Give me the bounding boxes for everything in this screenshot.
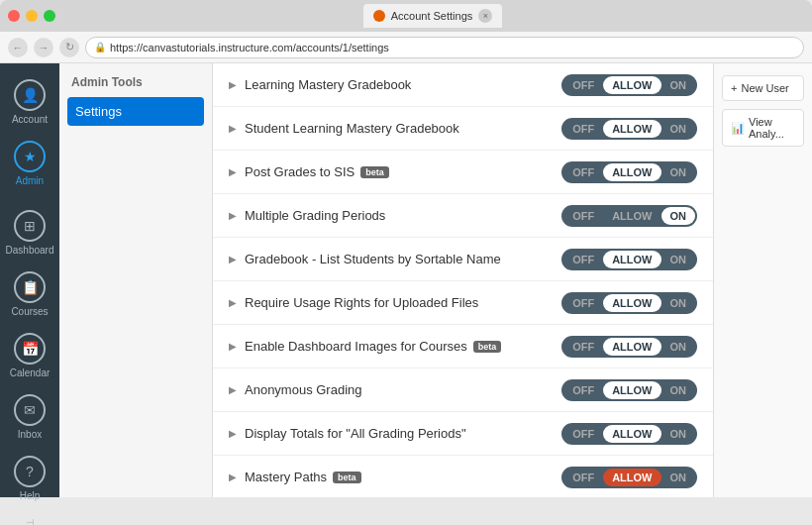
toggle-on-student-learning-mastery[interactable]: ON — [661, 120, 696, 138]
new-user-label: New User — [741, 82, 788, 94]
toggle-allow-post-grades-sis[interactable]: ALLOW — [603, 163, 660, 181]
settings-nav-label: Settings — [75, 104, 122, 119]
toggle-on-display-totals[interactable]: ON — [661, 425, 696, 443]
toggle-on-mastery-paths[interactable]: ON — [661, 469, 696, 486]
chevron-icon: ▶ — [229, 166, 237, 177]
toggle-on-post-grades-sis[interactable]: ON — [661, 163, 696, 181]
toggle-on-require-usage-rights[interactable]: ON — [661, 294, 696, 312]
toggle-off-display-totals[interactable]: OFF — [563, 425, 603, 443]
toggle-off-student-learning-mastery[interactable]: OFF — [563, 120, 603, 138]
new-user-icon: + — [731, 82, 737, 94]
settings-row-post-grades-sis: ▶Post Grades to SISbetaOFFALLOWON — [213, 151, 713, 194]
sidebar-item-help[interactable]: ? Help — [0, 448, 59, 509]
account-icon: 👤 — [14, 79, 46, 111]
toggle-group-anonymous-grading: OFFALLOWON — [561, 379, 697, 401]
analytics-label: View Analy... — [749, 116, 795, 140]
settings-row-multiple-grading-periods: ▶Multiple Grading PeriodsOFFALLOWON — [213, 194, 713, 238]
beta-badge: beta — [360, 166, 389, 178]
url-text: https://canvastutorials.instructure.com/… — [110, 42, 389, 53]
settings-row-anonymous-grading: ▶Anonymous GradingOFFALLOWON — [213, 368, 713, 412]
toggle-allow-mastery-paths[interactable]: ALLOW — [603, 469, 660, 486]
chevron-icon: ▶ — [229, 210, 237, 221]
sidebar-item-account[interactable]: 👤 Account — [0, 71, 59, 133]
new-user-button[interactable]: + New User — [722, 75, 804, 101]
sidebar-item-courses[interactable]: 📋 Courses — [0, 263, 59, 325]
toggle-off-require-usage-rights[interactable]: OFF — [563, 294, 603, 312]
settings-row-require-usage-rights: ▶Require Usage Rights for Uploaded Files… — [213, 281, 713, 325]
toggle-off-post-grades-sis[interactable]: OFF — [563, 163, 603, 181]
setting-label-post-grades-sis: Post Grades to SISbeta — [245, 164, 561, 179]
collapse-icon: ⊣ — [26, 517, 35, 525]
toggle-allow-display-totals[interactable]: ALLOW — [603, 425, 660, 443]
setting-label-mastery-paths: Mastery Pathsbeta — [245, 470, 561, 484]
toggle-on-enable-dashboard-images[interactable]: ON — [661, 338, 696, 356]
maximize-button[interactable] — [44, 10, 55, 22]
toggle-off-learning-mastery-gradebook[interactable]: OFF — [563, 76, 603, 94]
sidebar-label-account: Account — [12, 114, 48, 125]
close-button[interactable] — [8, 10, 20, 22]
title-bar: Account Settings × — [0, 0, 812, 32]
setting-label-learning-mastery-gradebook: Learning Mastery Gradebook — [245, 77, 561, 92]
sidebar-label-admin: Admin — [16, 175, 44, 186]
main-content: ▶Learning Mastery GradebookOFFALLOWON▶St… — [213, 63, 713, 497]
toggle-allow-gradebook-list-students[interactable]: ALLOW — [603, 251, 660, 268]
toggle-allow-enable-dashboard-images[interactable]: ALLOW — [603, 338, 660, 356]
settings-row-learning-mastery-gradebook: ▶Learning Mastery GradebookOFFALLOWON — [213, 63, 713, 107]
sidebar-item-inbox[interactable]: ✉ Inbox — [0, 386, 59, 448]
toggle-off-enable-dashboard-images[interactable]: OFF — [563, 338, 603, 356]
toggle-allow-student-learning-mastery[interactable]: ALLOW — [603, 120, 660, 138]
toggle-off-anonymous-grading[interactable]: OFF — [563, 381, 603, 399]
app-container: 👤 Account ★ Admin ⊞ Dashboard 📋 Courses … — [0, 63, 812, 497]
back-button[interactable]: ← — [8, 38, 28, 57]
chevron-icon: ▶ — [229, 297, 237, 308]
tab-title: Account Settings — [391, 10, 473, 22]
dashboard-icon: ⊞ — [14, 210, 46, 242]
chevron-icon: ▶ — [229, 79, 237, 90]
setting-label-enable-dashboard-images: Enable Dashboard Images for Coursesbeta — [245, 339, 561, 354]
toggle-group-post-grades-sis: OFFALLOWON — [561, 161, 697, 183]
toggle-off-multiple-grading-periods[interactable]: OFF — [563, 207, 603, 225]
help-icon: ? — [14, 456, 46, 487]
toggle-group-enable-dashboard-images: OFFALLOWON — [561, 336, 697, 358]
toggle-allow-anonymous-grading[interactable]: ALLOW — [603, 381, 660, 399]
chevron-icon: ▶ — [229, 254, 237, 264]
minimize-button[interactable] — [26, 10, 38, 22]
sidebar-item-calendar[interactable]: 📅 Calendar — [0, 325, 59, 386]
tab-close-button[interactable]: × — [478, 9, 492, 23]
toggle-on-gradebook-list-students[interactable]: ON — [661, 251, 696, 268]
toggle-on-anonymous-grading[interactable]: ON — [661, 381, 696, 399]
toggle-off-mastery-paths[interactable]: OFF — [563, 469, 603, 486]
sidebar-collapse-button[interactable]: ⊣ — [0, 509, 59, 525]
sidebar-label-calendar: Calendar — [10, 368, 51, 378]
calendar-icon: 📅 — [14, 333, 46, 365]
sidebar-item-dashboard[interactable]: ⊞ Dashboard — [0, 202, 59, 263]
toggle-group-display-totals: OFFALLOWON — [561, 423, 697, 445]
beta-badge: beta — [333, 472, 361, 483]
toggle-off-gradebook-list-students[interactable]: OFF — [563, 251, 603, 268]
toggle-on-multiple-grading-periods[interactable]: ON — [661, 207, 696, 225]
chevron-icon: ▶ — [229, 428, 237, 439]
browser-tab[interactable]: Account Settings × — [363, 4, 503, 28]
sidebar-bottom: ? Help ⊣ — [0, 448, 59, 525]
toggle-group-gradebook-list-students: OFFALLOWON — [561, 249, 697, 270]
view-analytics-button[interactable]: 📊 View Analy... — [722, 109, 804, 147]
forward-button[interactable]: → — [34, 38, 53, 57]
setting-label-anonymous-grading: Anonymous Grading — [245, 382, 561, 397]
toggle-allow-multiple-grading-periods[interactable]: ALLOW — [603, 207, 660, 225]
toggle-group-student-learning-mastery: OFFALLOWON — [561, 118, 697, 140]
toggle-allow-learning-mastery-gradebook[interactable]: ALLOW — [603, 76, 660, 94]
refresh-button[interactable]: ↻ — [59, 38, 79, 57]
browser-window: Account Settings × ← → ↻ 🔒 https://canva… — [0, 0, 812, 63]
beta-badge: beta — [473, 341, 502, 353]
setting-label-multiple-grading-periods: Multiple Grading Periods — [245, 208, 561, 223]
lock-icon: 🔒 — [94, 42, 106, 52]
sidebar-label-dashboard: Dashboard — [6, 245, 54, 256]
address-bar[interactable]: 🔒 https://canvastutorials.instructure.co… — [85, 37, 804, 58]
toggle-group-require-usage-rights: OFFALLOWON — [561, 292, 697, 314]
sidebar-item-admin[interactable]: ★ Admin — [0, 133, 59, 194]
settings-nav-item[interactable]: Settings — [67, 97, 204, 126]
toggle-on-learning-mastery-gradebook[interactable]: ON — [661, 76, 696, 94]
toggle-allow-require-usage-rights[interactable]: ALLOW — [603, 294, 660, 312]
secondary-sidebar-title: Admin Tools — [59, 75, 212, 97]
nav-bar: ← → ↻ 🔒 https://canvastutorials.instruct… — [0, 32, 812, 63]
